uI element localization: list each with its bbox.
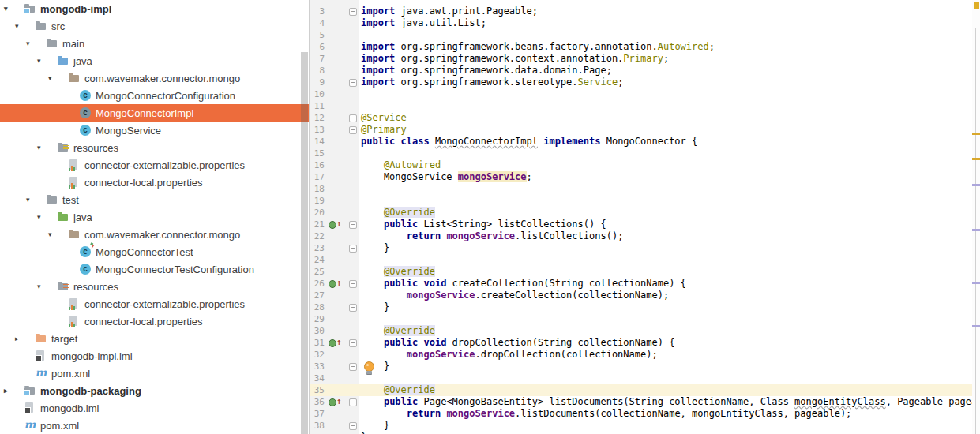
editor-line[interactable]: 14public class MongoConnectorImpl implem… (310, 136, 980, 148)
editor-line[interactable]: 32 mongoService.dropCollection(collectio… (310, 349, 980, 361)
editor-line[interactable]: 33− } (310, 361, 980, 372)
editor-line[interactable]: 37 return mongoService.listDocuments(col… (310, 408, 980, 420)
editor-line[interactable]: 25 @Override (310, 266, 980, 278)
editor-line[interactable]: 6import org.springframework.beans.factor… (310, 41, 980, 53)
editor-line[interactable]: 16 @Autowired (310, 159, 980, 171)
chevron-down-icon[interactable]: ▾ (37, 57, 57, 65)
editor-line[interactable]: 3−import java.awt.print.Pageable; (310, 6, 980, 17)
editor-line[interactable]: 26↑− public void createCollection(String… (310, 278, 980, 290)
editor-line[interactable]: 5 (310, 29, 980, 41)
editor-line[interactable]: 34 (310, 372, 980, 384)
fold-start-marker[interactable]: − (344, 6, 359, 17)
fold-start-marker[interactable]: − (344, 112, 359, 124)
fold-start-marker[interactable]: − (344, 278, 359, 290)
fold-start-marker[interactable]: − (344, 337, 359, 349)
editor-line[interactable]: 12−@Service (310, 112, 980, 124)
info-stripe-mark[interactable] (972, 184, 980, 186)
chevron-down-icon[interactable]: ▾ (37, 144, 57, 152)
tree-row[interactable]: ▸target (0, 330, 309, 347)
editor-line[interactable]: 30 @Override (310, 325, 980, 337)
tree-row[interactable]: ▾test (0, 191, 309, 208)
overrides-method-gutter-icon[interactable]: ↑ (325, 219, 344, 230)
fold-end-marker[interactable]: − (344, 124, 359, 136)
tree-row[interactable]: ▾src (0, 17, 309, 35)
chevron-down-icon[interactable]: ▾ (48, 230, 68, 238)
editor-line[interactable]: 31↑− public void dropCollection(String c… (310, 337, 980, 349)
tree-row[interactable]: cMongoConnectorTestConfiguration (0, 260, 309, 278)
project-tree[interactable]: ▾mongodb-impl▾src▾main▾java▾com.wavemake… (0, 0, 309, 434)
chevron-down-icon[interactable]: ▾ (37, 213, 57, 221)
editor-line[interactable]: 15 (310, 148, 980, 159)
chevron-down-icon[interactable]: ▾ (48, 74, 68, 82)
tree-row[interactable]: ▸mongodb-packaging (0, 382, 309, 399)
editor-line[interactable]: 20 @Override (310, 207, 980, 219)
tree-row[interactable]: ▾resources (0, 278, 309, 295)
editor-line[interactable]: 24 (310, 254, 980, 266)
chevron-down-icon[interactable]: ▾ (37, 282, 57, 290)
fold-end-marker[interactable]: − (344, 242, 359, 254)
editor-line[interactable]: 17 MongoService mongoService; (310, 171, 980, 183)
tree-row[interactable]: mongodb-impl.iml (0, 347, 309, 365)
info-stripe-mark[interactable] (972, 282, 980, 284)
tree-row[interactable]: cMongoConnectorConfiguration (0, 87, 309, 104)
tree-row[interactable]: connector-externalizable.properties (0, 156, 309, 174)
fold-end-marker[interactable]: − (344, 361, 359, 372)
fold-start-marker[interactable]: − (344, 219, 359, 230)
chevron-right-icon[interactable]: ▸ (4, 387, 24, 395)
fold-end-marker[interactable]: − (344, 420, 359, 432)
code-editor[interactable]: 3−import java.awt.print.Pageable;4import… (309, 0, 980, 434)
fold-start-marker[interactable]: − (344, 396, 359, 408)
editor-line[interactable]: 4import java.util.List; (310, 17, 980, 29)
tree-row[interactable]: cMongoConnectorTest (0, 243, 309, 260)
editor-line[interactable]: 9−import org.springframework.stereotype.… (310, 77, 980, 88)
info-stripe-mark[interactable] (972, 325, 980, 327)
editor-line[interactable]: 29 (310, 313, 980, 325)
warning-stripe-mark[interactable] (972, 158, 980, 160)
editor-line[interactable]: 10 (310, 88, 980, 100)
editor-line[interactable]: 28− } (310, 301, 980, 313)
tree-row[interactable]: mpom.xml (0, 365, 309, 382)
editor-line[interactable]: 19 (310, 195, 980, 207)
editor-line[interactable]: 13−@Primary (310, 124, 980, 136)
tree-scrollbar-thumb[interactable] (301, 52, 308, 434)
editor-line[interactable]: 22 return mongoService.listCollections()… (310, 230, 980, 242)
editor-line[interactable]: 8import org.springframework.data.domain.… (310, 65, 980, 77)
warning-stripe-mark[interactable] (972, 133, 980, 135)
tree-row[interactable]: mpom.xml (0, 417, 309, 434)
tree-row[interactable]: connector-local.properties (0, 174, 309, 191)
tree-row[interactable]: cMongoConnectorImpl (0, 104, 309, 122)
overrides-method-gutter-icon[interactable]: ↑ (325, 278, 344, 290)
chevron-down-icon[interactable]: ▾ (26, 39, 46, 47)
tree-row[interactable]: ▾mongodb-impl (0, 0, 309, 17)
chevron-right-icon[interactable]: ▸ (15, 335, 35, 342)
editor-line[interactable]: 11 (310, 100, 980, 112)
editor-line[interactable]: 36↑− public Page<MongoBaseEntity> listDo… (310, 396, 980, 408)
error-stripe[interactable] (972, 0, 980, 434)
editor-line[interactable]: 21↑− public List<String> listCollections… (310, 219, 980, 230)
overrides-method-gutter-icon[interactable]: ↑ (325, 337, 344, 349)
overrides-method-gutter-icon[interactable]: ↑ (325, 396, 344, 408)
tree-row[interactable]: ▾main (0, 35, 309, 52)
chevron-down-icon[interactable]: ▾ (4, 5, 24, 13)
intention-lightbulb-icon[interactable] (363, 361, 374, 375)
tree-row[interactable]: cMongoService (0, 122, 309, 139)
fold-end-marker[interactable]: − (344, 301, 359, 313)
tree-row[interactable]: connector-local.properties (0, 312, 309, 330)
editor-line[interactable]: 23− } (310, 242, 980, 254)
inspection-status-icon[interactable] (974, 2, 979, 9)
editor-line[interactable]: 27 mongoService.createCollection(collect… (310, 290, 980, 301)
tree-row[interactable]: ▾java (0, 208, 309, 226)
chevron-down-icon[interactable]: ▾ (15, 22, 35, 30)
tree-row[interactable]: mongodb.iml (0, 399, 309, 417)
editor-line[interactable]: 35 @Override (310, 384, 980, 396)
tree-row[interactable]: ▾java (0, 52, 309, 69)
tree-scrollbar[interactable] (300, 0, 309, 434)
editor-line[interactable]: 7import org.springframework.context.anno… (310, 53, 980, 65)
tree-row[interactable]: connector-externalizable.properties (0, 295, 309, 312)
fold-end-marker[interactable]: − (344, 77, 359, 88)
editor-line[interactable]: 18 (310, 183, 980, 195)
tree-row[interactable]: ▾com.wavemaker.connector.mongo (0, 226, 309, 243)
info-stripe-mark[interactable] (972, 229, 980, 231)
chevron-down-icon[interactable]: ▾ (26, 196, 46, 204)
editor-line[interactable]: 38− } (310, 420, 980, 432)
